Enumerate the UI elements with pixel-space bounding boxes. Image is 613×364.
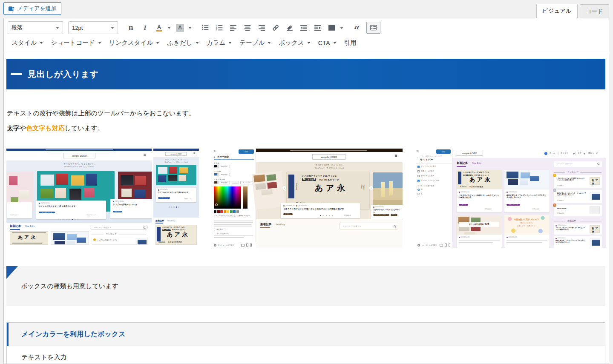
- table-split-button[interactable]: [325, 22, 345, 34]
- menu-speech-bubble[interactable]: ふきだし: [163, 37, 202, 49]
- ranking-card: 1 【オススメのフォント50選】おしゃれなフォントの種類と選び方 あ ア 永 S…: [554, 175, 602, 188]
- block-format-select[interactable]: 段落: [8, 21, 63, 34]
- specimen-side-left: Century: [296, 183, 298, 190]
- post-date: 2025年8月6日: [509, 191, 517, 193]
- rank-badge: 3: [553, 203, 556, 207]
- menu-box[interactable]: ボックス: [275, 37, 314, 49]
- date-dot: [283, 205, 285, 206]
- mobile-icon: [449, 244, 450, 246]
- bg-color-split-button[interactable]: A: [173, 22, 193, 34]
- search-placeholder: キーワードで検索する: [343, 225, 361, 227]
- bold-button[interactable]: B: [124, 22, 138, 34]
- color-swatch: [214, 181, 218, 184]
- bg-color-caret[interactable]: [187, 22, 193, 33]
- specimen-big-glyphs: あ ア 永: [18, 235, 35, 241]
- numbered-list-button[interactable]: 123: [212, 22, 226, 34]
- align-center-button[interactable]: [240, 22, 254, 34]
- text-color-button[interactable]: A: [152, 22, 166, 34]
- search-bar: キーワードで検索する: [554, 161, 602, 167]
- paragraph-1[interactable]: テキストの改行や装飾は上部のツールバーからをおこないます。: [7, 109, 605, 118]
- carousel-dots: [320, 215, 333, 216]
- bullet-list-button[interactable]: [198, 22, 212, 34]
- date-dot: [39, 203, 40, 204]
- align-left-button[interactable]: [226, 22, 240, 34]
- close-icon: ×: [417, 149, 419, 153]
- indent-button[interactable]: [311, 22, 325, 34]
- content-image-2[interactable]: × 公開 ■ カラー設定 文字色 色を選択 リンク色 色を選択 メインカラー 色…: [212, 149, 403, 248]
- menu-link-style[interactable]: リンクスタイル: [105, 37, 164, 49]
- main-color-box[interactable]: メインカラーを利用したボックス テキストを入力: [6, 322, 605, 364]
- menu-column[interactable]: カラム: [203, 37, 236, 49]
- table-caret[interactable]: [339, 22, 345, 33]
- menu-quote[interactable]: 引用: [340, 37, 360, 49]
- add-media-button[interactable]: メディアを追加: [3, 2, 61, 15]
- text-line: [214, 237, 244, 238]
- specimen-line-3: 白舟極太楷書教漢: [469, 186, 483, 188]
- toolbar-toggle-button[interactable]: [366, 22, 380, 34]
- panel-title: カラー設定: [217, 155, 229, 158]
- chevron-down-icon: [228, 42, 232, 44]
- heading-underline: [10, 229, 20, 230]
- chevron-down-icon: [584, 153, 585, 155]
- post-title: 劇的に変わる！プレゼンテーションの上手な作り方や話し方のコツ: [507, 194, 547, 199]
- align-right-button[interactable]: [254, 22, 268, 34]
- add-media-label: メディアを追加: [17, 5, 57, 12]
- ranking-card: 2 劇的に変わる！プレゼンテーションの上手な作り方や話し方のコツ SYN編集部: [554, 190, 602, 203]
- specimen-line-1: いろは角クラシック VOL ラインG: [302, 175, 337, 178]
- date-dot: [373, 206, 374, 208]
- text-color-split-button[interactable]: A: [152, 22, 172, 34]
- eraser-icon: [286, 24, 294, 32]
- new-entry-section: 新着記事 New Entry あ ア 永 キーワードで検索する: [6, 223, 152, 246]
- new-entry-heading-jp: 新着記事: [155, 219, 164, 222]
- post-date: 2025年8月6日: [298, 205, 308, 206]
- chevron-down-icon: [196, 42, 199, 44]
- menu-table[interactable]: テーブル: [236, 37, 275, 49]
- checkbox-label: 投稿ページに表示: [421, 170, 434, 172]
- site-logo: sample LOGO: [456, 151, 483, 156]
- paragraph-2[interactable]: 太字や色文字も対応しています。: [7, 124, 605, 132]
- customize-note: 「テーマ設定」をカスタマイズ中: [420, 155, 451, 157]
- tab-visual[interactable]: ビジュアル: [536, 4, 578, 18]
- font-size-select[interactable]: 12pt: [68, 21, 118, 34]
- content-image-1[interactable]: sample LOGO ≡ 「すぐにつくれて、ちょうどいい」 WordPress…: [6, 149, 199, 246]
- heading-underline: [155, 223, 163, 224]
- carousel-card-right: [373, 172, 403, 209]
- post-date: 2025年8月6日: [41, 202, 50, 204]
- blockquote-button[interactable]: “: [350, 22, 364, 34]
- heading-banner[interactable]: 見出しが入ります: [6, 59, 605, 89]
- search-icon: [394, 225, 396, 227]
- search-icon: [597, 163, 599, 165]
- editor-content[interactable]: 見出しが入ります テキストの改行や装飾は上部のツールバーからをおこないます。 太…: [4, 53, 609, 364]
- italic-button[interactable]: I: [138, 22, 152, 34]
- radio: [417, 193, 420, 195]
- content-image-3[interactable]: × 公開 ‹ 「テーマ設定」をカスタマイズ中 サイドバー ✓ トップページに表示…: [416, 149, 606, 248]
- main-color-box-body[interactable]: テキストを入力: [7, 346, 605, 364]
- remove-format-button[interactable]: [282, 22, 296, 34]
- bg-color-button[interactable]: A: [173, 22, 187, 34]
- post-thumb: あ ア 永: [590, 225, 600, 233]
- tab-code[interactable]: コード: [580, 4, 609, 18]
- menu-style[interactable]: スタイル: [8, 37, 47, 49]
- link-button[interactable]: [268, 22, 282, 34]
- search-icon: [143, 226, 145, 229]
- outdent-button[interactable]: [296, 22, 311, 34]
- site-logo: sample LOGO: [312, 154, 345, 160]
- caption-card-right: 2025年8月6日 サンプルの記事タイトルです デザイン: [110, 199, 152, 218]
- box-corner-triangle: [6, 266, 18, 279]
- menu-shortcode[interactable]: ショートコード: [47, 37, 105, 49]
- carousel-card: [156, 165, 196, 185]
- plain-box[interactable]: ボックスの種類も用意しています: [6, 266, 605, 306]
- date-dot: [459, 237, 460, 238]
- main-color-box-text: テキストを入力: [21, 353, 67, 361]
- chevron-down-icon: [268, 42, 271, 44]
- table-button[interactable]: [325, 22, 339, 34]
- new-entry-section: 新着記事 New Entry いろは角クラシック VOL ラインG TA ことだ…: [153, 218, 199, 246]
- post-title: 【オススメのフォント50選】おしゃれなフォントの種類と選び方: [459, 194, 500, 199]
- date-dot: [113, 201, 114, 202]
- menu-cta[interactable]: CTA: [314, 37, 340, 49]
- date-dot: [507, 192, 508, 193]
- tablet-icon: [246, 244, 248, 246]
- text-color-caret[interactable]: [166, 22, 172, 33]
- post-date: 2025年8月6日: [509, 236, 517, 238]
- burger-icon: ≡: [144, 152, 146, 158]
